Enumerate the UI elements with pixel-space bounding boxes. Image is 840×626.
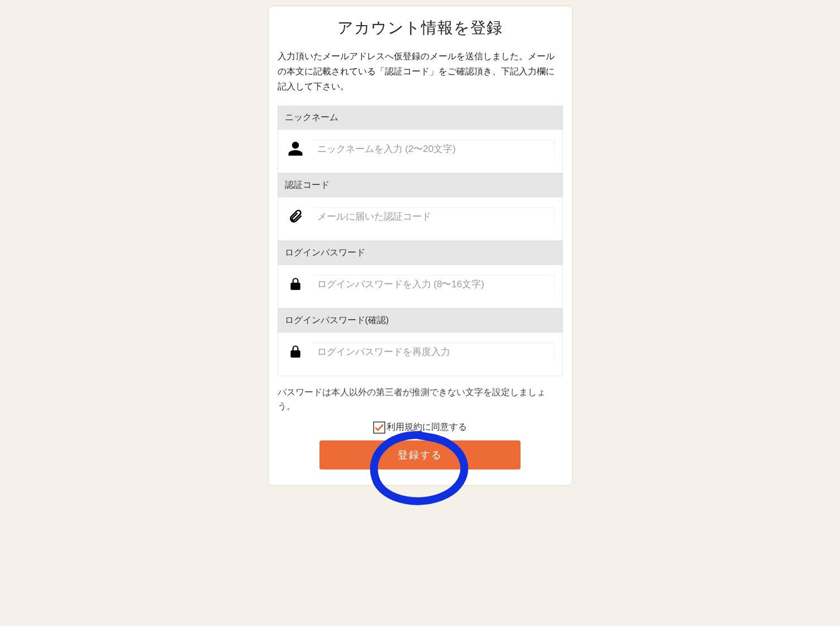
submit-button[interactable]: 登録する xyxy=(319,440,521,470)
nickname-group: ニックネーム xyxy=(278,106,563,173)
password-confirm-input[interactable] xyxy=(312,343,555,361)
registration-card: アカウント情報を登録 入力頂いたメールアドレスへ仮登録のメールを送信しました。メ… xyxy=(268,6,572,486)
lock-icon xyxy=(286,277,305,291)
submit-wrap: 登録する xyxy=(278,440,563,470)
instructions-text: 入力頂いたメールアドレスへ仮登録のメールを送信しました。メールの本文に記載されて… xyxy=(278,49,563,94)
nickname-input[interactable] xyxy=(312,140,555,158)
authcode-group: 認証コード xyxy=(278,173,563,241)
user-icon xyxy=(286,140,305,157)
paperclip-icon xyxy=(286,208,305,224)
authcode-label: 認証コード xyxy=(278,173,563,197)
lock-icon xyxy=(286,344,305,359)
agreement-row: 利用規約に同意する xyxy=(278,421,563,434)
agreement-label: 利用規約に同意する xyxy=(386,421,467,433)
password-label: ログインパスワード xyxy=(278,241,563,265)
authcode-input[interactable] xyxy=(312,207,555,226)
password-input[interactable] xyxy=(312,275,555,293)
password-group: ログインパスワード xyxy=(278,241,563,309)
password-body xyxy=(278,265,563,309)
nickname-label: ニックネーム xyxy=(278,106,563,130)
password-confirm-group: ログインパスワード(確認) xyxy=(278,309,563,376)
page-title: アカウント情報を登録 xyxy=(278,17,563,39)
agreement-checkbox[interactable] xyxy=(373,421,385,434)
nickname-body xyxy=(278,130,563,173)
password-confirm-label: ログインパスワード(確認) xyxy=(278,309,563,333)
password-note: パスワードは本人以外の第三者が推測できない文字を設定しましょう。 xyxy=(278,385,563,414)
password-confirm-body xyxy=(278,333,563,376)
authcode-body xyxy=(278,197,563,241)
